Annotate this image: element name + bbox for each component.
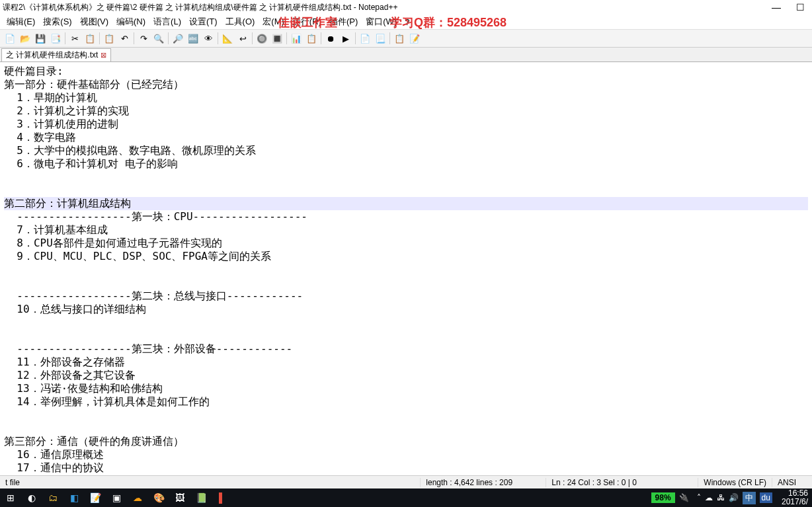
- window-title: 课程2\《计算机体系机构》之 硬件篇\2 硬件篇 之 计算机结构组成\硬件篇 之…: [3, 2, 767, 13]
- menu-item[interactable]: 视图(V): [76, 16, 112, 28]
- toolbar-button[interactable]: 📊: [289, 31, 304, 46]
- editor-line: [4, 276, 808, 290]
- notepad-icon[interactable]: 📝: [85, 488, 106, 507]
- tray-cloud-icon[interactable]: ☁: [705, 493, 713, 502]
- npp-icon[interactable]: 📗: [190, 488, 212, 507]
- start-button[interactable]: ⊞: [0, 488, 21, 507]
- du-indicator[interactable]: du: [760, 492, 772, 503]
- toolbar-button[interactable]: 🔳: [270, 31, 284, 46]
- toolbar-button[interactable]: 📑: [48, 31, 63, 46]
- recorder-icon[interactable]: ▌: [212, 488, 233, 507]
- close-icon[interactable]: ⊠: [101, 51, 106, 59]
- editor-line: [4, 263, 808, 276]
- toolbar-button[interactable]: 📃: [373, 31, 387, 46]
- toolbar-button[interactable]: 📋: [102, 31, 116, 46]
- toolbar-separator: [134, 32, 134, 44]
- toolbar-separator: [65, 32, 65, 44]
- ime-indicator[interactable]: 中: [743, 492, 756, 504]
- toolbar-button[interactable]: ⏺: [323, 31, 338, 46]
- clock[interactable]: 16:56 2017/6/: [778, 489, 812, 506]
- toolbar-button[interactable]: 📄: [3, 31, 17, 46]
- editor-line: 1．早期的计算机: [4, 91, 808, 104]
- editor-line: 8．CPU各部件是如何通过电子元器件实现的: [4, 237, 808, 250]
- status-position: Ln : 24 Col : 3 Sel : 0 | 0: [546, 478, 698, 487]
- editor-line: 16．通信原理概述: [4, 448, 808, 461]
- watermark-studio: 佳嵌工作室: [278, 15, 337, 30]
- power-icon[interactable]: 🔌: [676, 493, 692, 502]
- toolbar-separator: [168, 32, 169, 44]
- toolbar-button[interactable]: 📋: [392, 31, 407, 46]
- toolbar-button[interactable]: 🔎: [171, 31, 185, 46]
- cortana-icon[interactable]: ◐: [21, 488, 42, 507]
- toolbar-button[interactable]: ↷: [136, 31, 151, 46]
- watermark-qq: 学习Q群：528495268: [390, 15, 507, 30]
- maximize-button[interactable]: ☐: [791, 1, 809, 13]
- toolbar-button[interactable]: 📋: [83, 31, 97, 46]
- text-editor[interactable]: 硬件篇目录:第一部分：硬件基础部分（已经完结） 1．早期的计算机 2．计算机之计…: [0, 62, 812, 475]
- explorer-icon[interactable]: 🗂: [42, 488, 63, 507]
- toolbar-button[interactable]: 👁: [201, 31, 216, 46]
- editor-line: 硬件篇目录:: [4, 65, 808, 78]
- photos-icon[interactable]: 🖼: [169, 488, 190, 507]
- toolbar-button[interactable]: 🔍: [151, 31, 166, 46]
- editor-line: 7．计算机基本组成: [4, 223, 808, 237]
- weather-icon[interactable]: ☁: [127, 488, 148, 507]
- editor-line: 9．CPU、MCU、PLC、DSP、SOC、FPGA等之间的关系: [4, 250, 808, 263]
- editor-line: 10．总线与接口的详细结构: [4, 303, 808, 316]
- status-file: t file: [0, 478, 421, 487]
- menu-item[interactable]: 编码(N): [112, 16, 149, 28]
- menu-item[interactable]: 设置(T): [185, 16, 222, 28]
- toolbar-button[interactable]: 📝: [407, 31, 422, 46]
- editor-line: 17．通信中的协议: [4, 461, 808, 475]
- taskbar: ⊞ ◐ 🗂 ◧ 📝 ▣ ☁ 🎨 🖼 📗 ▌ 98% 🔌 ˄ ☁ 🖧 🔊 中 du…: [0, 488, 812, 507]
- menu-item[interactable]: 编辑(E): [3, 16, 39, 28]
- editor-line: [4, 184, 808, 197]
- title-bar: 课程2\《计算机体系机构》之 硬件篇\2 硬件篇 之 计算机结构组成\硬件篇 之…: [0, 0, 812, 15]
- toolbar-button[interactable]: ✂: [67, 31, 82, 46]
- clock-date: 2017/6/: [782, 498, 808, 506]
- toolbar-separator: [286, 32, 287, 44]
- editor-line: 第三部分：通信（硬件的角度讲通信）: [4, 435, 808, 448]
- toolbar-separator: [321, 32, 321, 44]
- tray-network-icon[interactable]: 🖧: [717, 493, 725, 502]
- editor-line: [4, 409, 808, 422]
- status-bar: t file length : 4,642 lines : 209 Ln : 2…: [0, 475, 812, 488]
- system-tray: ˄ ☁ 🖧 🔊 中 du: [692, 492, 778, 504]
- editor-line: [4, 316, 808, 329]
- editor-line: 5．大学中的模拟电路、数字电路、微机原理的关系: [4, 144, 808, 157]
- toolbar-button[interactable]: 🔤: [186, 31, 200, 46]
- toolbar-button[interactable]: 📂: [18, 31, 32, 46]
- menu-item[interactable]: 语言(L): [149, 16, 185, 28]
- toolbar-button[interactable]: 📐: [220, 31, 235, 46]
- paint-icon[interactable]: 🎨: [148, 488, 169, 507]
- editor-line: [4, 422, 808, 435]
- toolbar-separator: [252, 32, 253, 44]
- tray-volume-icon[interactable]: 🔊: [729, 493, 739, 502]
- toolbar-button[interactable]: ↩: [235, 31, 250, 46]
- editor-line: 4．数字电路: [4, 131, 808, 144]
- toolbar-button[interactable]: ↶: [117, 31, 132, 46]
- editor-line: 11．外部设备之存储器: [4, 356, 808, 369]
- editor-line: ------------------第三块：外部设备------------: [4, 342, 808, 356]
- toolbar-button[interactable]: 🔘: [255, 31, 269, 46]
- document-tab[interactable]: 之 计算机硬件组成结构.txt ⊠: [1, 48, 111, 61]
- tab-bar: 之 计算机硬件组成结构.txt ⊠: [0, 48, 812, 62]
- editor-line: ------------------第一块：CPU---------------…: [4, 210, 808, 223]
- menu-item[interactable]: 搜索(S): [39, 16, 75, 28]
- toolbar-button[interactable]: 💾: [33, 31, 48, 46]
- editor-line: 2．计算机之计算的实现: [4, 104, 808, 118]
- minimize-button[interactable]: —: [767, 1, 786, 13]
- toolbar-button[interactable]: ▶: [339, 31, 353, 46]
- battery-indicator[interactable]: 98%: [651, 492, 675, 503]
- editor-line: [4, 329, 808, 342]
- terminal-icon[interactable]: ▣: [106, 488, 127, 507]
- toolbar-button[interactable]: 📋: [304, 31, 319, 46]
- status-eol: Windows (CR LF): [698, 478, 772, 487]
- tab-label: 之 计算机硬件组成结构.txt: [6, 50, 98, 61]
- toolbar-button[interactable]: 📄: [358, 31, 372, 46]
- menu-item[interactable]: 工具(O): [222, 16, 259, 28]
- editor-line: 12．外部设备之其它设备: [4, 369, 808, 382]
- tray-up-icon[interactable]: ˄: [697, 493, 701, 502]
- app-icon[interactable]: ◧: [63, 488, 85, 507]
- toolbar-separator: [389, 32, 390, 44]
